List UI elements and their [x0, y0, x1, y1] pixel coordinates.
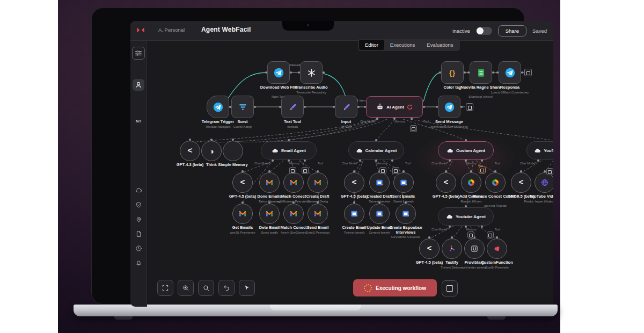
fit-view-button[interactable]	[157, 280, 173, 296]
share-button[interactable]: Share	[498, 25, 526, 37]
node-youtube-agent-2[interactable]: Youtube AgentChat Model*MemoryTool	[438, 207, 494, 226]
node-gpt-45-yt[interactable]: <GPT-4.5 (beta)	[511, 172, 531, 193]
workspace-badge[interactable]: NT	[136, 119, 142, 124]
node-dete-email[interactable]: Dete EmailSersti wadh	[259, 204, 280, 224]
node-renace-concet[interactable]: Renace Concet Contactcteeerd Tegetdt	[485, 172, 506, 193]
node-label: CustomFunction	[470, 260, 524, 265]
node-endpoint-2[interactable]	[466, 103, 473, 111]
gmail-icon	[289, 178, 298, 187]
node-done-emails[interactable]: Done EmailsTalmy Maeeteg	[259, 172, 280, 193]
node-sent-emails[interactable]: Sent EmailsDeetti Leteath	[393, 172, 414, 193]
gmail-icon	[313, 209, 322, 218]
sidebar-item-help[interactable]	[133, 242, 144, 254]
node-sublabel: Ruatdtt KKvetr	[443, 200, 499, 204]
node-gpt-45-email[interactable]: <GPT-4.5 (beta)	[232, 172, 253, 193]
sidebar-item-shield[interactable]	[133, 199, 144, 211]
node-gpt-45-cal[interactable]: <GPT-4.5 (beta)	[344, 172, 364, 193]
node-sublabel: cteeerd Tegetdt	[467, 204, 523, 208]
active-toggle[interactable]	[476, 27, 492, 35]
calendar-icon	[350, 209, 358, 218]
zoom-in-button[interactable]	[178, 280, 194, 296]
agent-ports: Chat Model*MemoryTool	[254, 162, 323, 165]
node-gpt-43[interactable]: <GPT-4.3 (beta)	[180, 141, 200, 161]
node-download-web-file[interactable]: Download Web FileNget Teqr	[267, 61, 290, 84]
gmail-icon	[238, 209, 247, 218]
lt-icon: <	[442, 178, 450, 187]
breadcrumb[interactable]: A. Personal	[158, 27, 185, 33]
node-sheets-share[interactable]: Nuevita Ragne ShareSitankegt (sheet)	[470, 61, 492, 84]
node-think[interactable]: ◑Think	[201, 141, 222, 161]
node-tootube-videos[interactable]: TooTube VideosPtedct: hapet (Vtdeteql ow…	[535, 172, 553, 193]
node-match-conect[interactable]: Match ConectAeerh SeeOteeett	[283, 204, 304, 224]
node-response[interactable]: ResponsaLoectt 688ant Coverteptey	[499, 61, 521, 84]
node-gpt-45-yt2[interactable]: <GPT-4.5 (beta)	[419, 238, 440, 259]
node-youtube-agent[interactable]: YouTube AgentChat Model*MemoryTool	[526, 141, 553, 160]
node-send-email[interactable]: Send EmailOeteS Peeetewy	[308, 204, 328, 224]
sidebar-menu-button[interactable]	[132, 47, 145, 60]
node-create-draft[interactable]: Create DraftCeteeet Deelg	[308, 172, 328, 193]
port-dot	[492, 71, 494, 74]
node-tastify[interactable]: TastifyTrevert Debtree	[442, 238, 462, 259]
node-gpt-45-custom[interactable]: <GPT-4.5 (beta)	[436, 172, 456, 193]
node-mini-2[interactable]	[289, 167, 296, 174]
sliders-icon	[134, 49, 143, 57]
node-mini-3[interactable]	[302, 167, 309, 174]
node-mini-5[interactable]	[392, 167, 399, 174]
node-mach-conect[interactable]: Mach ConectedtMfuteast Pesrvtelve	[283, 172, 304, 193]
node-update-email[interactable]: Update EmailCerteeti breeth	[369, 204, 390, 224]
node-ai-agent[interactable]: AI AgentChat Model*MemoryTool	[366, 96, 423, 118]
node-endpoint-1[interactable]	[524, 69, 532, 76]
undo-button[interactable]	[218, 280, 235, 296]
node-sublabel: Guowi Katigr	[215, 125, 270, 129]
sidebar-item-bell[interactable]	[133, 257, 144, 269]
node-transcribe-audio[interactable]: Transcribe AudioTrenscrite Recordnig	[300, 61, 323, 84]
node-send-message[interactable]: Send MessagegetVfeddfuelver S6Ptetryk	[438, 96, 460, 118]
node-telegram-trigger[interactable]: Telegram TriggerTiforacc Natagam	[207, 96, 229, 118]
workflow-title[interactable]: Agent WebFacil	[201, 26, 251, 33]
robot-icon	[376, 103, 384, 111]
laptop-foot	[114, 316, 133, 320]
search-button[interactable]	[198, 280, 214, 296]
node-created-draft[interactable]: Created DraftTatneet berette	[369, 172, 390, 193]
node-get-emails[interactable]: Get Emailsgee/St Peeeteese	[232, 204, 253, 224]
node-sublabel: CoeBt Pteeetele	[469, 266, 525, 270]
agent-label: YouTube Agent	[544, 148, 553, 153]
node-input[interactable]: InputCP93M	[335, 96, 357, 118]
contacts-icon	[491, 178, 500, 187]
port-dot	[521, 71, 523, 74]
tab-editor[interactable]: Editor	[359, 40, 384, 50]
node-provibtary[interactable]: ProvibtaryceVteeter peeettt	[464, 238, 485, 259]
zoom-in-icon	[182, 284, 189, 292]
node-mini-1[interactable]	[410, 125, 417, 132]
node-simple-memory[interactable]: Simple Memory	[223, 141, 243, 161]
sidebar-item-pin[interactable]	[133, 213, 144, 225]
node-calendar-agent[interactable]: Calendar AgentChat Model*MemoryTool	[348, 141, 404, 160]
node-mini-6[interactable]	[479, 166, 486, 173]
node-email-agent[interactable]: Email AgentChat Model*MemoryTool	[261, 141, 317, 160]
agent-ports: Chat Model*MemoryTool	[431, 228, 500, 231]
sidebar-item-file[interactable]	[133, 228, 144, 240]
node-create-espoubse[interactable]: Create Espoubse InterviewsOeVedehe Cetee…	[396, 204, 416, 224]
node-mini-4[interactable]	[379, 167, 386, 174]
tab-evaluations[interactable]: Evaluations	[421, 40, 459, 50]
port-dot	[290, 71, 292, 74]
laptop-photo: A. Personal Agent WebFacil Inactive Shar…	[58, 0, 560, 333]
pointer-button[interactable]	[239, 280, 255, 296]
node-custom-agent[interactable]: Custam AgentChat Model*MemoryTool	[438, 141, 494, 160]
tab-executions[interactable]: Executions	[384, 40, 421, 50]
usquare-icon	[470, 244, 479, 253]
executing-workflow-button[interactable]: Executing workflow	[353, 279, 437, 296]
sidebar-item-personal[interactable]	[133, 79, 144, 91]
sidebar-item-cloud[interactable]	[133, 184, 144, 196]
node-mini-7[interactable]	[467, 231, 474, 238]
node-add-cadone[interactable]: Add CadoneRuatdtt KKvetr	[461, 172, 481, 193]
node-create-email[interactable]: Create EmailTeteeet breetft	[344, 204, 364, 224]
node-mini-9[interactable]	[546, 168, 553, 175]
node-text-tool[interactable]: Text ToolImttsad	[281, 96, 304, 118]
node-sort[interactable]: SorstGuowi Katigr	[231, 96, 254, 118]
stop-execution-button[interactable]	[442, 280, 458, 296]
node-color-tag[interactable]: {}Color tag	[441, 61, 464, 84]
node-mini-8[interactable]	[487, 231, 494, 238]
node-customfunction[interactable]: CustomFunctionCoeBt Pteeetele	[487, 238, 507, 259]
cloud-fill-icon	[446, 213, 453, 220]
